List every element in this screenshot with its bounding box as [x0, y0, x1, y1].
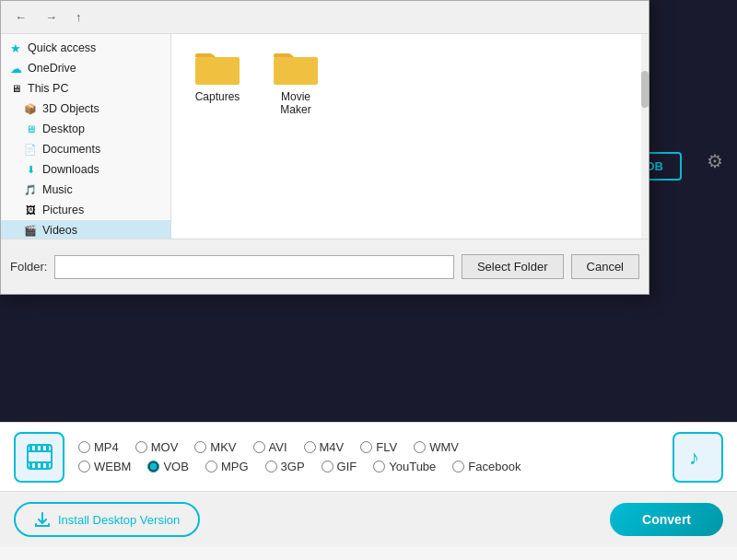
format-avi[interactable]: AVI: [253, 440, 287, 454]
file-dialog: ← → ↑ ★ Quick access ☁ OneDrive 🖥 This P…: [0, 0, 649, 295]
pictures-icon: 🖼: [23, 203, 38, 217]
tree-label: 3D Objects: [42, 102, 99, 115]
file-area: Captures Movie Maker: [171, 34, 649, 239]
svg-rect-12: [46, 463, 49, 468]
pc-icon: 🖥: [8, 81, 23, 96]
format-webm[interactable]: WEBM: [78, 460, 131, 473]
format-row-2: WEBM VOB MPG 3GP GIF YouT: [78, 460, 659, 473]
folder-input[interactable]: [54, 255, 453, 279]
desktop-icon: 🖥: [23, 122, 38, 136]
tree-label: OneDrive: [28, 62, 76, 75]
tree-label: This PC: [28, 82, 68, 95]
select-folder-button[interactable]: Select Folder: [462, 254, 564, 279]
quick-access-icon: ★: [8, 41, 23, 55]
svg-rect-8: [46, 446, 49, 450]
up-button[interactable]: ↑: [69, 7, 88, 27]
svg-rect-7: [41, 446, 43, 450]
gear-button[interactable]: ⚙: [707, 150, 723, 172]
folder-movie-maker-icon: [272, 48, 320, 87]
folder-item-movie-maker[interactable]: Movie Maker: [263, 43, 328, 121]
forward-button[interactable]: →: [39, 7, 64, 27]
svg-rect-11: [41, 463, 43, 468]
format-mkv[interactable]: MKV: [194, 440, 236, 454]
format-youtube[interactable]: YouTube: [373, 460, 436, 473]
tree-item-documents[interactable]: 📄 Documents: [1, 139, 170, 159]
tree-item-3d-objects[interactable]: 📦 3D Objects: [1, 99, 170, 119]
folder-item-captures[interactable]: Captures: [185, 43, 250, 121]
svg-rect-1: [274, 57, 318, 85]
film-icon: [14, 432, 64, 483]
format-vob[interactable]: VOB: [147, 460, 188, 473]
svg-rect-10: [35, 463, 38, 468]
tree-label: Quick access: [28, 41, 96, 54]
action-bar: Install Desktop Version Convert: [0, 492, 737, 547]
svg-rect-3: [28, 450, 52, 452]
tree-label: Pictures: [42, 204, 84, 216]
format-mpg[interactable]: MPG: [205, 460, 249, 473]
tree-item-onedrive[interactable]: ☁ OneDrive: [1, 58, 170, 78]
tree-item-desktop[interactable]: 🖥 Desktop: [1, 119, 170, 139]
file-name-captures: Captures: [195, 90, 240, 103]
install-label: Install Desktop Version: [58, 513, 180, 527]
format-facebook[interactable]: Facebook: [452, 460, 521, 473]
back-button[interactable]: ←: [8, 7, 33, 27]
tree-item-this-pc[interactable]: 🖥 This PC: [1, 78, 170, 99]
format-wmv[interactable]: WMV: [414, 440, 459, 454]
svg-rect-4: [28, 461, 52, 463]
format-mov[interactable]: MOV: [135, 440, 179, 454]
tree-label: Desktop: [42, 122, 85, 135]
tree-item-videos[interactable]: 🎬 Videos: [1, 220, 170, 239]
3d-objects-icon: 📦: [23, 101, 38, 116]
svg-text:♪: ♪: [689, 446, 699, 469]
tree-item-downloads[interactable]: ⬇ Downloads: [1, 159, 170, 180]
music-icon: ♪: [673, 432, 723, 483]
tree-item-music[interactable]: 🎵 Music: [1, 180, 170, 200]
tree-label: Music: [42, 183, 73, 196]
svg-rect-5: [29, 446, 32, 450]
dialog-body: ★ Quick access ☁ OneDrive 🖥 This PC 📦 3D…: [1, 34, 649, 239]
file-name-movie-maker: Movie Maker: [268, 90, 323, 116]
download-icon: [34, 511, 51, 528]
dialog-toolbar: ← → ↑: [1, 1, 649, 34]
downloads-icon: ⬇: [23, 162, 38, 177]
tree-item-quick-access[interactable]: ★ Quick access: [1, 38, 170, 58]
tree-label: Documents: [42, 143, 100, 156]
tree-item-pictures[interactable]: 🖼 Pictures: [1, 200, 170, 220]
onedrive-icon: ☁: [8, 61, 23, 76]
format-row-1: MP4 MOV MKV AVI M4V FLV: [78, 440, 659, 454]
folder-tree: ★ Quick access ☁ OneDrive 🖥 This PC 📦 3D…: [1, 34, 171, 239]
format-3gp[interactable]: 3GP: [265, 460, 305, 473]
format-gif[interactable]: GIF: [322, 460, 357, 473]
folder-captures-icon: [193, 48, 241, 87]
tree-label: Videos: [42, 224, 77, 237]
dialog-footer: Folder: Select Folder Cancel: [1, 239, 649, 294]
install-desktop-button[interactable]: Install Desktop Version: [14, 502, 200, 537]
folder-label: Folder:: [10, 260, 47, 274]
format-flv[interactable]: FLV: [360, 440, 397, 454]
music-icon: 🎵: [23, 182, 38, 197]
bottom-section: MP4 MOV MKV AVI M4V FLV: [0, 422, 737, 560]
documents-icon: 📄: [23, 142, 38, 157]
format-m4v[interactable]: M4V: [304, 440, 345, 454]
format-options: MP4 MOV MKV AVI M4V FLV: [78, 440, 659, 473]
svg-rect-6: [35, 446, 38, 450]
cancel-button[interactable]: Cancel: [571, 254, 639, 279]
tree-label: Downloads: [42, 163, 99, 176]
videos-icon: 🎬: [23, 223, 38, 238]
format-mp4[interactable]: MP4: [78, 440, 119, 454]
svg-rect-9: [29, 463, 32, 468]
app-background: VOB ⚙ ← → ↑ ★ Quick access ☁ OneDrive: [0, 0, 737, 560]
format-bar: MP4 MOV MKV AVI M4V FLV: [0, 423, 737, 492]
convert-button[interactable]: Convert: [610, 503, 723, 536]
svg-rect-0: [195, 57, 240, 85]
